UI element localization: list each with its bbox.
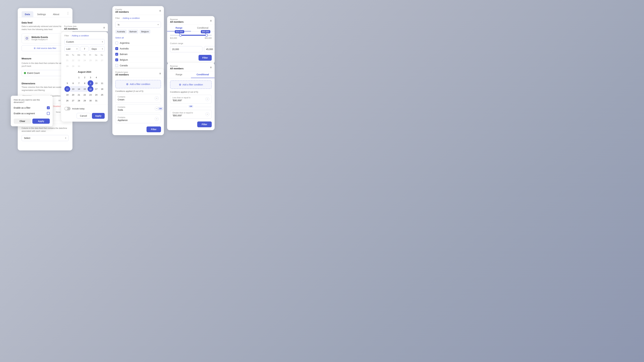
filter-checkbox[interactable]: [47, 106, 50, 109]
cal-day[interactable]: 26: [64, 98, 70, 103]
is-label: Is: [118, 23, 120, 26]
cal-day-in-range[interactable]: 13: [70, 86, 76, 92]
condition-content: Contains Cream: [118, 96, 125, 101]
cal-cancel-btn[interactable]: Cancel: [77, 113, 90, 119]
country-filter-icon[interactable]: ≡: [159, 9, 161, 12]
cal-day[interactable]: 31: [94, 98, 99, 103]
list-item[interactable]: Belgium: [115, 57, 161, 63]
cal-day[interactable]: 19: [64, 92, 70, 98]
revenue-range-filter-icon[interactable]: ≡: [210, 19, 212, 22]
cal-day[interactable]: 24: [82, 57, 88, 63]
rev-cond-filter-btn[interactable]: Filter: [197, 121, 212, 127]
cal-day[interactable]: 24: [94, 92, 99, 98]
add-filter-label: Add source data filter: [36, 47, 56, 49]
cal-day[interactable]: 28: [64, 63, 70, 69]
popup-option-segment[interactable]: Enable as a segment: [14, 111, 50, 116]
cal-day[interactable]: 22: [70, 57, 76, 63]
segment-checkbox[interactable]: [47, 112, 50, 115]
products-filter-icon[interactable]: ≡: [159, 72, 161, 75]
cal-day-in-range[interactable]: 14: [76, 86, 82, 92]
remove-condition-1[interactable]: −: [155, 96, 158, 100]
list-item[interactable]: Bahrain: [115, 51, 161, 57]
cal-day[interactable]: 23: [88, 92, 94, 98]
list-item[interactable]: Argentina: [115, 40, 161, 46]
cal-day[interactable]: 27: [99, 57, 105, 63]
cal-day[interactable]: 25: [99, 92, 105, 98]
cal-day: [70, 74, 76, 80]
tab-about[interactable]: About: [50, 11, 62, 17]
days-dropdown[interactable]: Days ▾: [90, 46, 105, 52]
tab-data[interactable]: Data: [22, 11, 33, 17]
tab-conditional-cond[interactable]: Conditional: [191, 71, 215, 78]
cal-day[interactable]: 21: [76, 92, 82, 98]
range-input-left[interactable]: [170, 46, 202, 52]
cal-day[interactable]: 7: [76, 80, 82, 86]
include-today-toggle[interactable]: [64, 107, 70, 110]
cal-day[interactable]: 5: [64, 80, 70, 86]
days-num-input[interactable]: [80, 46, 88, 52]
add-cond-label: Add a filter condition: [130, 83, 150, 85]
prev-week-2: 28 29 30: [64, 63, 105, 69]
cal-day[interactable]: 23: [76, 57, 82, 63]
revenue-cond-filter-icon[interactable]: ≡: [210, 66, 212, 69]
date-select[interactable]: Select ▾: [22, 135, 68, 141]
cal-day-selected[interactable]: 9: [88, 80, 94, 86]
cal-day[interactable]: 26: [94, 57, 99, 63]
purchase-date-filter-icon[interactable]: ≡: [103, 26, 105, 29]
add-condition-btn[interactable]: ⊕ Add a filter condition: [115, 80, 161, 88]
cal-day-range-start[interactable]: 12: [64, 86, 70, 92]
belgium-checkbox[interactable]: [115, 58, 118, 61]
cal-day[interactable]: 6: [70, 80, 76, 86]
remove-rev-cond-1[interactable]: −: [206, 97, 209, 101]
cal-day[interactable]: 25: [88, 57, 94, 63]
tab-settings[interactable]: Settings: [34, 11, 49, 17]
cal-day[interactable]: 28: [76, 98, 82, 103]
tab-range-cond[interactable]: Range: [167, 71, 191, 78]
cal-day-range-end[interactable]: 16: [88, 86, 94, 92]
last-dropdown[interactable]: Last ▾: [64, 46, 79, 52]
city-cap: All: [58, 99, 60, 102]
products-filter-btn[interactable]: Filter: [146, 126, 161, 132]
popup-option-filter[interactable]: Enable as a filter: [14, 105, 50, 111]
is-dropdown[interactable]: Is ▾: [115, 21, 161, 28]
cal-day[interactable]: 30: [88, 98, 94, 103]
remove-rev-cond-2[interactable]: −: [206, 112, 209, 116]
custom-dropdown[interactable]: Custom ▾: [64, 39, 105, 44]
products-panel: Products types All members ≡ ⊕ Add a fil…: [112, 69, 164, 135]
popup-clear-btn[interactable]: Clear: [14, 119, 31, 124]
australia-checkbox[interactable]: [115, 47, 118, 50]
cal-day[interactable]: 11: [99, 80, 105, 86]
cal-apply-btn[interactable]: Apply: [92, 113, 105, 119]
list-item[interactable]: Australia: [115, 46, 161, 51]
cal-day[interactable]: 22: [82, 92, 88, 98]
cal-day[interactable]: 2: [82, 74, 88, 80]
slider-thumb-right[interactable]: $45,000: [205, 34, 208, 36]
bahrain-checkbox[interactable]: [115, 53, 118, 56]
revenue-range-filter-btn[interactable]: Filter: [198, 55, 212, 61]
cal-day[interactable]: 29: [82, 98, 88, 103]
cal-day[interactable]: 17: [94, 86, 99, 92]
cal-day[interactable]: 10: [94, 80, 99, 86]
remove-condition-3[interactable]: −: [155, 117, 158, 121]
cal-day[interactable]: 29: [70, 63, 76, 69]
cal-day[interactable]: 30: [76, 63, 82, 69]
cal-day[interactable]: 4: [94, 74, 99, 80]
cal-day[interactable]: 27: [70, 98, 76, 103]
cal-day[interactable]: 1: [76, 74, 82, 80]
cal-day[interactable]: 18: [99, 86, 105, 92]
cal-day-in-range[interactable]: 15: [82, 86, 88, 92]
country-top-label: Country: [115, 8, 129, 11]
cal-day[interactable]: 8: [82, 80, 88, 86]
cal-day[interactable]: 21: [64, 57, 70, 63]
argentina-checkbox[interactable]: [115, 41, 118, 44]
popup-apply-btn[interactable]: Apply: [32, 119, 50, 124]
more-options-icon[interactable]: ⋮: [66, 11, 70, 15]
cal-day[interactable]: 20: [70, 92, 76, 98]
canada-checkbox[interactable]: [115, 64, 118, 67]
cal-day[interactable]: 3: [88, 74, 94, 80]
add-cond-rev-btn[interactable]: ⊕ Add a filter condition: [170, 80, 212, 89]
list-item[interactable]: Canada: [115, 63, 161, 68]
select-all-link[interactable]: Select all: [115, 36, 161, 40]
range-input-right[interactable]: [204, 46, 214, 52]
slider-thumb-left[interactable]: $20,000: [179, 34, 182, 36]
